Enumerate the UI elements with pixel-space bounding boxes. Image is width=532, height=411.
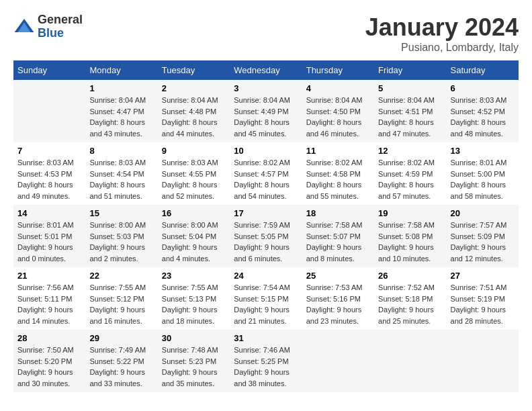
day-cell: 30Sunrise: 7:48 AMSunset: 5:23 PMDayligh…	[158, 330, 230, 392]
day-number: 2	[162, 83, 226, 93]
day-number: 22	[89, 271, 153, 281]
week-row: 1Sunrise: 8:04 AMSunset: 4:47 PMDaylight…	[13, 80, 519, 142]
day-number: 16	[162, 208, 226, 218]
logo-blue-text: Blue	[38, 27, 83, 40]
header-cell-monday: Monday	[85, 60, 157, 80]
day-cell: 16Sunrise: 8:00 AMSunset: 5:04 PMDayligh…	[158, 205, 230, 267]
day-number: 29	[89, 333, 153, 343]
day-info: Sunrise: 8:00 AMSunset: 5:04 PMDaylight:…	[162, 220, 226, 264]
day-cell: 19Sunrise: 7:58 AMSunset: 5:08 PMDayligh…	[374, 205, 446, 267]
week-row: 28Sunrise: 7:50 AMSunset: 5:20 PMDayligh…	[13, 330, 519, 392]
day-number: 5	[378, 83, 442, 93]
logo-general-text: General	[38, 13, 83, 27]
day-info: Sunrise: 7:58 AMSunset: 5:07 PMDaylight:…	[306, 220, 370, 264]
day-info: Sunrise: 8:04 AMSunset: 4:49 PMDaylight:…	[234, 95, 298, 139]
day-number: 8	[89, 146, 153, 156]
day-cell: 31Sunrise: 7:46 AMSunset: 5:25 PMDayligh…	[230, 330, 302, 392]
day-info: Sunrise: 8:03 AMSunset: 4:52 PMDaylight:…	[451, 95, 515, 139]
day-number: 13	[451, 146, 515, 156]
day-cell: 5Sunrise: 8:04 AMSunset: 4:51 PMDaylight…	[374, 80, 446, 142]
day-cell: 9Sunrise: 8:03 AMSunset: 4:55 PMDaylight…	[158, 142, 230, 205]
day-number: 11	[306, 146, 370, 156]
day-info: Sunrise: 7:46 AMSunset: 5:25 PMDaylight:…	[234, 345, 298, 389]
day-number: 14	[17, 208, 81, 218]
day-cell: 24Sunrise: 7:54 AMSunset: 5:15 PMDayligh…	[230, 267, 302, 330]
day-info: Sunrise: 7:51 AMSunset: 5:19 PMDaylight:…	[451, 282, 515, 326]
day-cell	[13, 80, 85, 142]
calendar-table: SundayMondayTuesdayWednesdayThursdayFrid…	[13, 60, 519, 392]
day-number: 7	[17, 146, 81, 156]
logo: General Blue	[13, 13, 83, 40]
day-cell: 4Sunrise: 8:04 AMSunset: 4:50 PMDaylight…	[302, 80, 374, 142]
day-cell	[374, 330, 446, 392]
day-info: Sunrise: 7:53 AMSunset: 5:16 PMDaylight:…	[306, 282, 370, 326]
day-number: 1	[89, 83, 153, 93]
day-cell: 2Sunrise: 8:04 AMSunset: 4:48 PMDaylight…	[158, 80, 230, 142]
day-cell: 6Sunrise: 8:03 AMSunset: 4:52 PMDaylight…	[447, 80, 519, 142]
location-title: Pusiano, Lombardy, Italy	[365, 42, 519, 54]
day-info: Sunrise: 7:57 AMSunset: 5:09 PMDaylight:…	[451, 220, 515, 264]
header: General Blue January 2024 Pusiano, Lomba…	[13, 13, 519, 54]
day-number: 19	[378, 208, 442, 218]
day-cell: 28Sunrise: 7:50 AMSunset: 5:20 PMDayligh…	[13, 330, 85, 392]
day-info: Sunrise: 8:01 AMSunset: 5:01 PMDaylight:…	[17, 220, 81, 264]
day-cell: 1Sunrise: 8:04 AMSunset: 4:47 PMDaylight…	[85, 80, 157, 142]
day-cell: 27Sunrise: 7:51 AMSunset: 5:19 PMDayligh…	[447, 267, 519, 330]
day-number: 21	[17, 271, 81, 281]
day-cell	[447, 330, 519, 392]
day-number: 24	[234, 271, 298, 281]
day-number: 31	[234, 333, 298, 343]
day-cell: 12Sunrise: 8:02 AMSunset: 4:59 PMDayligh…	[374, 142, 446, 205]
day-cell: 29Sunrise: 7:49 AMSunset: 5:22 PMDayligh…	[85, 330, 157, 392]
day-cell: 15Sunrise: 8:00 AMSunset: 5:03 PMDayligh…	[85, 205, 157, 267]
day-cell: 25Sunrise: 7:53 AMSunset: 5:16 PMDayligh…	[302, 267, 374, 330]
header-cell-sunday: Sunday	[13, 60, 85, 80]
day-info: Sunrise: 8:00 AMSunset: 5:03 PMDaylight:…	[89, 220, 153, 264]
day-number: 9	[162, 146, 226, 156]
day-cell: 22Sunrise: 7:55 AMSunset: 5:12 PMDayligh…	[85, 267, 157, 330]
week-row: 21Sunrise: 7:56 AMSunset: 5:11 PMDayligh…	[13, 267, 519, 330]
day-info: Sunrise: 8:01 AMSunset: 5:00 PMDaylight:…	[451, 157, 515, 201]
day-number: 15	[89, 208, 153, 218]
header-cell-friday: Friday	[374, 60, 446, 80]
day-number: 28	[17, 333, 81, 343]
day-info: Sunrise: 7:59 AMSunset: 5:05 PMDaylight:…	[234, 220, 298, 264]
day-info: Sunrise: 8:04 AMSunset: 4:47 PMDaylight:…	[89, 95, 153, 139]
day-number: 4	[306, 83, 370, 93]
day-info: Sunrise: 7:55 AMSunset: 5:12 PMDaylight:…	[89, 282, 153, 326]
week-row: 7Sunrise: 8:03 AMSunset: 4:53 PMDaylight…	[13, 142, 519, 205]
day-info: Sunrise: 7:54 AMSunset: 5:15 PMDaylight:…	[234, 282, 298, 326]
day-info: Sunrise: 7:50 AMSunset: 5:20 PMDaylight:…	[17, 345, 81, 389]
day-number: 30	[162, 333, 226, 343]
day-number: 27	[451, 271, 515, 281]
day-info: Sunrise: 7:52 AMSunset: 5:18 PMDaylight:…	[378, 282, 442, 326]
day-info: Sunrise: 7:58 AMSunset: 5:08 PMDaylight:…	[378, 220, 442, 264]
day-cell: 13Sunrise: 8:01 AMSunset: 5:00 PMDayligh…	[447, 142, 519, 205]
header-cell-thursday: Thursday	[302, 60, 374, 80]
day-info: Sunrise: 8:04 AMSunset: 4:48 PMDaylight:…	[162, 95, 226, 139]
day-number: 17	[234, 208, 298, 218]
header-cell-wednesday: Wednesday	[230, 60, 302, 80]
day-cell: 8Sunrise: 8:03 AMSunset: 4:54 PMDaylight…	[85, 142, 157, 205]
header-row: SundayMondayTuesdayWednesdayThursdayFrid…	[13, 60, 519, 80]
day-info: Sunrise: 8:04 AMSunset: 4:50 PMDaylight:…	[306, 95, 370, 139]
day-cell: 14Sunrise: 8:01 AMSunset: 5:01 PMDayligh…	[13, 205, 85, 267]
day-cell: 26Sunrise: 7:52 AMSunset: 5:18 PMDayligh…	[374, 267, 446, 330]
day-cell: 3Sunrise: 8:04 AMSunset: 4:49 PMDaylight…	[230, 80, 302, 142]
day-info: Sunrise: 8:04 AMSunset: 4:51 PMDaylight:…	[378, 95, 442, 139]
day-number: 25	[306, 271, 370, 281]
day-cell: 17Sunrise: 7:59 AMSunset: 5:05 PMDayligh…	[230, 205, 302, 267]
month-title: January 2024	[365, 13, 519, 42]
day-info: Sunrise: 8:02 AMSunset: 4:59 PMDaylight:…	[378, 157, 442, 201]
day-cell: 21Sunrise: 7:56 AMSunset: 5:11 PMDayligh…	[13, 267, 85, 330]
day-number: 26	[378, 271, 442, 281]
day-number: 23	[162, 271, 226, 281]
day-number: 10	[234, 146, 298, 156]
day-info: Sunrise: 8:03 AMSunset: 4:55 PMDaylight:…	[162, 157, 226, 201]
day-cell: 23Sunrise: 7:55 AMSunset: 5:13 PMDayligh…	[158, 267, 230, 330]
logo-icon	[13, 16, 35, 38]
day-info: Sunrise: 7:49 AMSunset: 5:22 PMDaylight:…	[89, 345, 153, 389]
day-cell: 20Sunrise: 7:57 AMSunset: 5:09 PMDayligh…	[447, 205, 519, 267]
day-info: Sunrise: 7:55 AMSunset: 5:13 PMDaylight:…	[162, 282, 226, 326]
day-info: Sunrise: 8:02 AMSunset: 4:57 PMDaylight:…	[234, 157, 298, 201]
